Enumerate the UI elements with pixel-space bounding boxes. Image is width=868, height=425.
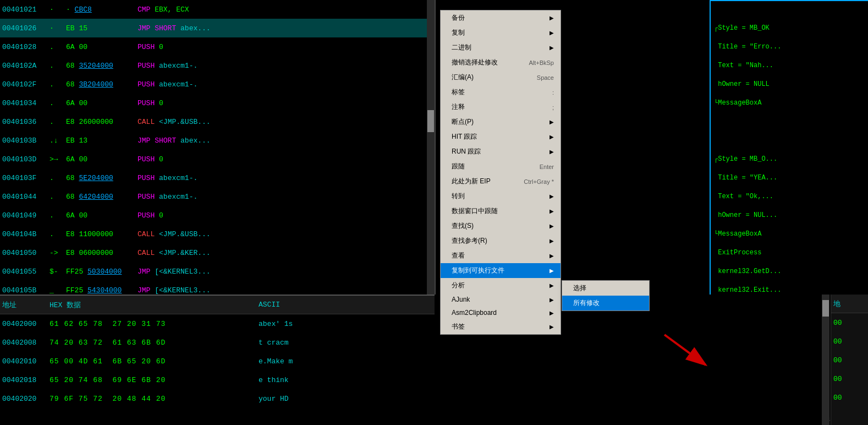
menu-item-bookmark[interactable]: 书签 ▶ [441, 319, 561, 334]
disasm-row[interactable]: 0040104B . E8 11000000 CALL <JMP.&USB... [0, 225, 435, 243]
menu-shortcut: Alt+BkSp [529, 59, 554, 66]
menu-item-label-item[interactable]: 标签 : [441, 85, 561, 100]
hex-row-addr: 00402000 [0, 320, 50, 328]
menu-item-comment[interactable]: 注释 ; [441, 100, 561, 115]
hex-row[interactable]: 00402000 61 62 65 78 27 20 31 73 abex' 1… [0, 314, 435, 333]
menu-item-breakpoint[interactable]: 断点(P) ▶ [441, 115, 561, 129]
disasm-row[interactable]: 00401050 -> E8 06000000 CALL <JMP.&KER..… [0, 243, 435, 262]
disasm-row[interactable]: 0040103D >→ 6A 00 PUSH 0 [0, 150, 435, 168]
menu-item-copy[interactable]: 复制 ▶ [441, 25, 561, 40]
row-marker: .↓ [50, 137, 66, 145]
menu-item-copy-to-exec[interactable]: 复制到可执行文件 ▶ [441, 263, 561, 278]
menu-item-binary[interactable]: 二进制 ▶ [441, 40, 561, 55]
submenu-copy-to-exec[interactable]: 选择 所有修改 [562, 280, 650, 311]
side-row: 00 [831, 313, 868, 332]
context-menu[interactable]: 备份 ▶ 复制 ▶ 二进制 ▶ 撤销选择处修改 Alt+BkSp 汇编(A) S… [440, 10, 561, 335]
row-hex: 6A 00 [66, 43, 138, 51]
hex-row-bytes: 65 00 4D 61 6B 65 20 6D [50, 357, 259, 366]
row-instr: PUSH abexcm1-. [138, 193, 435, 201]
menu-shortcut: ; [552, 104, 554, 111]
hex-scrollbar[interactable] [822, 295, 829, 425]
disasm-row[interactable]: 0040103B .↓ EB 13 JMP SHORT abex... [0, 131, 435, 150]
row-hex: EB 13 [66, 137, 138, 145]
disasm-row[interactable]: 00401021 · · CBC8 CMP EBX, ECX [0, 0, 435, 19]
row-instr: CALL <JMP.&USB... [138, 230, 435, 238]
row-marker: _ [50, 286, 66, 295]
side-header: 地 [831, 295, 868, 313]
hex-header: 地址 HEX 数据 ASCII [0, 296, 435, 314]
row-instr: PUSH 0 [138, 43, 435, 51]
annotation-line: Title = "Erro... [714, 37, 868, 56]
menu-item-set-eip[interactable]: 此处为新 EIP Ctrl+Gray * [441, 174, 561, 189]
hex-row[interactable]: 00402020 79 6F 75 72 20 48 44 20 your HD [0, 389, 435, 408]
side-row: 00 [831, 369, 868, 388]
hex-row[interactable]: 00402018 65 20 74 68 69 6E 6B 20 e think [0, 370, 435, 389]
menu-item-label: RUN 跟踪 [452, 147, 481, 156]
row-addr: 00401044 [0, 193, 50, 201]
panel-divider [435, 0, 436, 295]
submenu-arrow: ▶ [550, 238, 554, 244]
menu-item-label: 查看 [452, 251, 465, 260]
menu-shortcut: Ctrl+Gray * [524, 178, 554, 185]
scrollbar-thumb[interactable] [427, 110, 434, 132]
disasm-row[interactable]: 0040105B _ FF25 54304000 JMP [<&KERNEL3.… [0, 281, 435, 295]
menu-item-search-ref[interactable]: 查找参考(R) ▶ [441, 233, 561, 248]
menu-item-goto[interactable]: 转到 ▶ [441, 189, 561, 204]
submenu-arrow: ▶ [550, 253, 554, 259]
hex-scrollbar-thumb[interactable] [822, 300, 829, 317]
hex-row-bytes: 65 20 74 68 69 6E 6B 20 [50, 376, 259, 384]
row-addr: 00401021 [0, 6, 50, 14]
disasm-row[interactable]: 0040102A . 68 35204000 PUSH abexcm1-. [0, 56, 435, 75]
hex-row[interactable]: 00402010 65 00 4D 61 6B 65 20 6D e.Make … [0, 352, 435, 370]
hex-row[interactable]: 00402008 74 20 63 72 61 63 6B 6D t cracm [0, 333, 435, 352]
menu-item-run-trace[interactable]: RUN 跟踪 ▶ [441, 144, 561, 159]
hex-row-ascii: abex' 1s [259, 320, 293, 328]
menu-item-analyze[interactable]: 分析 ▶ [441, 278, 561, 293]
row-addr: 0040102A [0, 62, 50, 70]
menu-item-backup[interactable]: 备份 ▶ [441, 10, 561, 25]
menu-item-view[interactable]: 查看 ▶ [441, 248, 561, 263]
submenu-item-all-changes[interactable]: 所有修改 [562, 296, 649, 310]
annotation-line: kernel32.GetD... [714, 262, 868, 281]
menu-item-ajunk[interactable]: AJunk ▶ [441, 293, 561, 306]
disasm-row[interactable]: 00401055 $- FF25 50304000 JMP [<&KERNEL3… [0, 262, 435, 281]
hex-data-header: HEX 数据 [50, 300, 259, 310]
disasm-row[interactable]: 00401034 . 6A 00 PUSH 0 [0, 94, 435, 112]
disasm-row[interactable]: 00401026 · EB 15 JMP SHORT abex... [0, 19, 435, 37]
hex-row-bytes: 79 6F 75 72 20 48 44 20 [50, 395, 259, 403]
annotations-panel: ┌Style = MB_OK Title = "Erro... Text = "… [710, 0, 868, 295]
disasm-row[interactable]: 0040102F . 68 3B204000 PUSH abexcm1-. [0, 75, 435, 94]
menu-item-follow[interactable]: 跟随 Enter [441, 159, 561, 174]
row-instr: PUSH abexcm1-. [138, 174, 435, 182]
submenu-item-label: 所有修改 [573, 298, 600, 308]
submenu-arrow: ▶ [550, 15, 554, 21]
menu-item-asm2clip[interactable]: Asm2Clipboard ▶ [441, 306, 561, 319]
menu-item-assemble[interactable]: 汇编(A) Space [441, 70, 561, 85]
row-addr: 0040102F [0, 80, 50, 89]
hex-ascii-header: ASCII [259, 301, 280, 309]
menu-item-undo[interactable]: 撤销选择处修改 Alt+BkSp [441, 55, 561, 70]
row-instr: JMP SHORT abex... [138, 137, 435, 145]
menu-item-search[interactable]: 查找(S) ▶ [441, 219, 561, 233]
submenu-arrow: ▶ [550, 45, 554, 51]
menu-item-follow-data[interactable]: 数据窗口中跟随 ▶ [441, 204, 561, 219]
hex-row-bytes: 74 20 63 72 61 63 6B 6D [50, 339, 259, 347]
disasm-panel: 00401021 · · CBC8 CMP EBX, ECX 00401026 … [0, 0, 435, 295]
submenu-arrow: ▶ [550, 149, 554, 155]
menu-item-hit-trace[interactable]: HIT 跟踪 ▶ [441, 129, 561, 144]
row-marker: -> [50, 249, 66, 257]
row-hex: EB 15 [66, 24, 138, 32]
disasm-row[interactable]: 00401036 . E8 26000000 CALL <JMP.&USB... [0, 112, 435, 131]
disasm-row[interactable]: 0040103F . 68 5E204000 PUSH abexcm1-. [0, 168, 435, 187]
annotation-line: ExitProcess [714, 243, 868, 262]
scrollbar-vertical[interactable] [427, 0, 435, 295]
menu-item-label: 查找参考(R) [452, 236, 487, 246]
disasm-row[interactable]: 00401028 . 6A 00 PUSH 0 [0, 37, 435, 56]
disasm-row[interactable]: 00401044 . 68 64204000 PUSH abexcm1-. [0, 187, 435, 206]
menu-item-label: 撤销选择处修改 [452, 58, 498, 67]
row-addr: 0040103B [0, 137, 50, 145]
menu-item-label: 汇编(A) [452, 73, 474, 82]
hex-row-addr: 00402018 [0, 376, 50, 384]
disasm-row[interactable]: 00401049 . 6A 00 PUSH 0 [0, 206, 435, 225]
submenu-item-select[interactable]: 选择 [562, 281, 649, 296]
